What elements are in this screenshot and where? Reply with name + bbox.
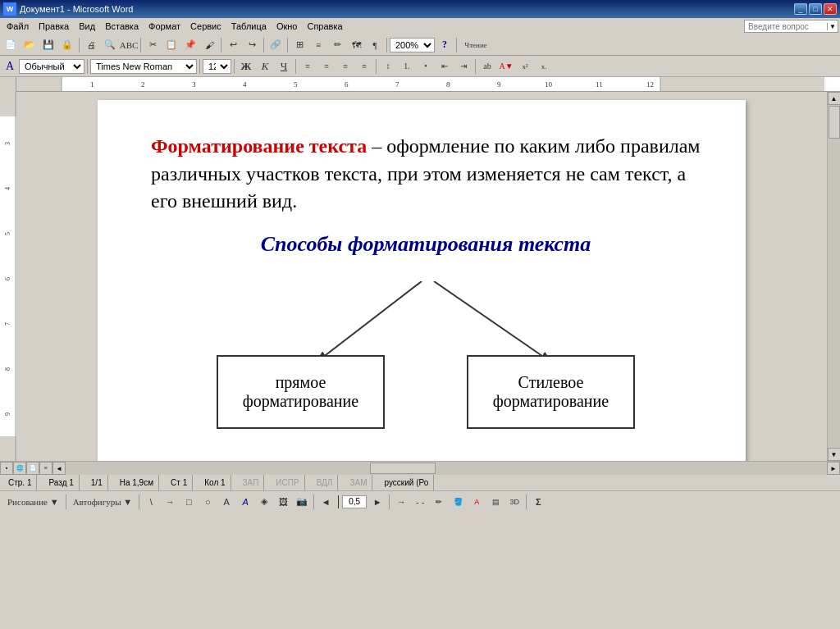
numbering[interactable]: 1. bbox=[398, 57, 416, 75]
status-vdl: ВДЛ bbox=[312, 475, 339, 490]
app-icon: W bbox=[3, 2, 16, 16]
autoshapes-btn[interactable]: Автофигуры ▼ bbox=[69, 493, 137, 511]
dash-style[interactable]: - - bbox=[411, 493, 429, 511]
align-right[interactable]: ≡ bbox=[336, 57, 354, 75]
spellcheck-button[interactable]: ABC bbox=[120, 36, 138, 54]
help-dropdown-arrow[interactable]: ▼ bbox=[827, 23, 838, 30]
line-width-input[interactable]: 0,5 bbox=[342, 495, 367, 508]
sep-f5 bbox=[376, 59, 377, 74]
menu-service[interactable]: Сервис bbox=[185, 20, 226, 33]
style-select[interactable]: Обычный bbox=[19, 59, 84, 74]
superscript[interactable]: x² bbox=[516, 57, 534, 75]
3d-style[interactable]: 3D bbox=[505, 493, 523, 511]
scroll-down-button[interactable]: ▼ bbox=[828, 448, 841, 461]
arrow-tool[interactable]: → bbox=[161, 493, 179, 511]
status-isp: ИСПР bbox=[271, 475, 304, 490]
align-justify[interactable]: ≡ bbox=[355, 57, 373, 75]
line-tool[interactable]: \ bbox=[142, 493, 160, 511]
new-button[interactable]: 📄 bbox=[2, 36, 20, 54]
scroll-thumb[interactable] bbox=[829, 106, 840, 139]
shadow-style[interactable]: ▤ bbox=[486, 493, 504, 511]
preview-button[interactable]: 🔍 bbox=[101, 36, 119, 54]
redo-button[interactable]: ↪ bbox=[243, 36, 261, 54]
menu-window[interactable]: Окно bbox=[272, 20, 303, 33]
draw-btn[interactable]: Рисование ▼ bbox=[3, 493, 63, 511]
print-button[interactable]: 🖨 bbox=[82, 36, 100, 54]
oval-tool[interactable]: ○ bbox=[199, 493, 217, 511]
minimize-button[interactable]: _ bbox=[794, 3, 807, 15]
window-controls: _ □ ✕ bbox=[794, 3, 837, 15]
align-left[interactable]: ≡ bbox=[299, 57, 317, 75]
line-minus[interactable]: ◄ bbox=[317, 493, 335, 511]
decrease-indent[interactable]: ⇤ bbox=[436, 57, 454, 75]
fill-color[interactable]: 🪣 bbox=[449, 493, 467, 511]
scroll-h-thumb[interactable] bbox=[370, 463, 436, 474]
view-print[interactable]: 📄 bbox=[26, 462, 39, 475]
line-color[interactable]: ✏ bbox=[430, 493, 448, 511]
increase-indent[interactable]: ⇥ bbox=[454, 57, 472, 75]
italic-button[interactable]: К bbox=[256, 57, 274, 75]
columns-button[interactable]: ≡ bbox=[309, 36, 327, 54]
diagram-tool[interactable]: ◈ bbox=[255, 493, 273, 511]
zoom-select[interactable]: 200% 100% 150% bbox=[390, 38, 435, 52]
size-select[interactable]: 12 14 18 24 bbox=[203, 59, 231, 74]
window-title: Документ1 - Microsoft Word bbox=[20, 4, 133, 14]
rect-tool[interactable]: □ bbox=[180, 493, 198, 511]
scroll-up-button[interactable]: ▲ bbox=[828, 92, 841, 105]
textbox-tool[interactable]: A bbox=[217, 493, 235, 511]
standard-toolbar: 📄 📂 💾 🔒 🖨 🔍 ABC ✂ 📋 📌 🖌 ↩ ↪ 🔗 ⊞ ≡ ✏ 🗺 ¶ … bbox=[0, 34, 840, 56]
hyperlink-button[interactable]: 🔗 bbox=[267, 36, 285, 54]
scroll-right-button[interactable]: ► bbox=[827, 462, 840, 475]
save-button[interactable]: 💾 bbox=[39, 36, 57, 54]
svg-text:3: 3 bbox=[192, 80, 196, 89]
font-color[interactable]: A▼ bbox=[497, 57, 515, 75]
status-pagecount: 1/1 bbox=[86, 475, 108, 490]
subtitle: Способы форматирования текста bbox=[151, 232, 701, 257]
view-normal[interactable]: ▪ bbox=[0, 462, 13, 475]
arrow-style[interactable]: → bbox=[392, 493, 410, 511]
view-outline[interactable]: ≡ bbox=[39, 462, 52, 475]
menu-insert[interactable]: Вставка bbox=[100, 20, 144, 33]
font-select[interactable]: Times New Roman bbox=[90, 59, 197, 74]
align-center[interactable]: ≡ bbox=[317, 57, 336, 75]
scroll-track[interactable] bbox=[828, 105, 841, 448]
sigma-btn[interactable]: Σ bbox=[529, 493, 547, 511]
subscript[interactable]: x. bbox=[535, 57, 553, 75]
scroll-h-track[interactable] bbox=[66, 462, 827, 475]
image-tool[interactable]: 📷 bbox=[293, 493, 311, 511]
scroll-left-button[interactable]: ◄ bbox=[52, 462, 66, 475]
show-hide-button[interactable]: ¶ bbox=[366, 36, 384, 54]
menu-file[interactable]: Файл bbox=[2, 20, 34, 33]
format-painter[interactable]: 🖌 bbox=[200, 36, 218, 54]
menu-format[interactable]: Формат bbox=[144, 20, 185, 33]
line-plus[interactable]: ► bbox=[368, 493, 386, 511]
font-color-draw[interactable]: A bbox=[468, 493, 486, 511]
paste-button[interactable]: 📌 bbox=[181, 36, 199, 54]
open-button[interactable]: 📂 bbox=[21, 36, 39, 54]
clipart-tool[interactable]: 🖼 bbox=[274, 493, 292, 511]
wordart-tool[interactable]: A bbox=[236, 493, 254, 511]
table-button[interactable]: ⊞ bbox=[290, 36, 308, 54]
menu-edit[interactable]: Правка bbox=[34, 20, 74, 33]
menu-table[interactable]: Таблица bbox=[226, 20, 272, 33]
bold-button[interactable]: Ж bbox=[237, 57, 255, 75]
close-button[interactable]: ✕ bbox=[824, 3, 837, 15]
highlight[interactable]: ab bbox=[478, 57, 496, 75]
bullets[interactable]: • bbox=[417, 57, 435, 75]
line-spacing[interactable]: ↕ bbox=[379, 57, 397, 75]
line-width-area: ◄ 0,5 ► bbox=[317, 493, 386, 511]
docmap-button[interactable]: 🗺 bbox=[347, 36, 365, 54]
cut-button[interactable]: ✂ bbox=[144, 36, 162, 54]
zoom-help[interactable]: ? bbox=[436, 36, 454, 54]
menu-view[interactable]: Вид bbox=[74, 20, 100, 33]
view-web[interactable]: 🌐 bbox=[13, 462, 26, 475]
permission-button[interactable]: 🔒 bbox=[58, 36, 76, 54]
maximize-button[interactable]: □ bbox=[809, 3, 822, 15]
menu-help[interactable]: Справка bbox=[302, 20, 347, 33]
reading-button[interactable]: Чтение bbox=[459, 36, 492, 54]
help-input[interactable] bbox=[745, 22, 827, 31]
underline-button[interactable]: Ч bbox=[275, 57, 293, 75]
copy-button[interactable]: 📋 bbox=[162, 36, 180, 54]
drawing-button[interactable]: ✏ bbox=[328, 36, 346, 54]
undo-button[interactable]: ↩ bbox=[224, 36, 242, 54]
